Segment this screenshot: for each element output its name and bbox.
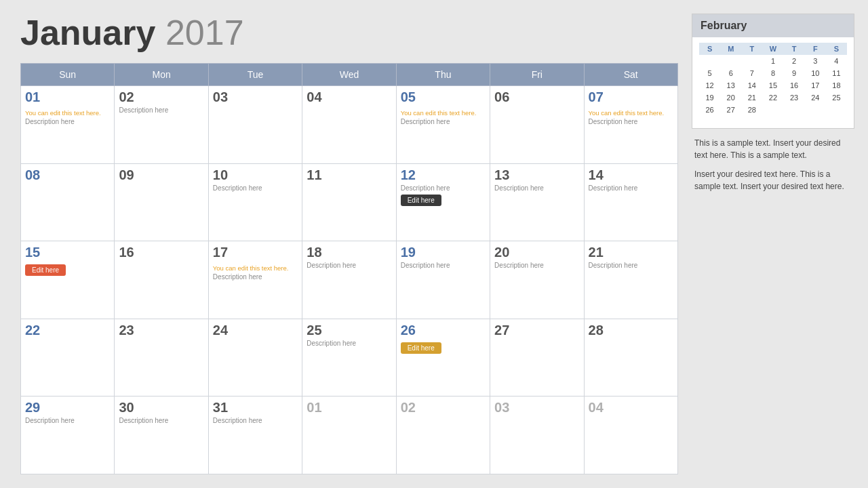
calendar-cell: 16 (115, 241, 208, 319)
mini-cal-day: 27 (720, 104, 741, 116)
day-number: 09 (119, 167, 134, 183)
day-top: 06 (494, 89, 579, 106)
calendar-cell: 21Description here (584, 241, 677, 319)
day-number: 10 (213, 167, 228, 183)
mini-cal-day: 5 (699, 67, 720, 79)
mini-cal-day: 22 (762, 92, 783, 104)
mini-cal-title: February (692, 14, 854, 37)
day-number: 01 (25, 89, 40, 105)
day-top: 22 (25, 323, 110, 340)
day-number: 17 (213, 245, 228, 260)
mini-cal-day: 7 (741, 67, 762, 79)
calendar-cell: 15Edit here (21, 241, 115, 319)
day-number: 11 (307, 167, 321, 183)
editable-note[interactable]: You can edit this text here. (401, 109, 477, 117)
day-top: 23 (119, 323, 203, 340)
day-number: 03 (494, 400, 509, 415)
day-top: 25 (307, 323, 391, 340)
calendar-cell: 12Description hereEdit here (396, 163, 490, 241)
mini-cal-day: 11 (826, 67, 847, 79)
day-top: 30 (119, 400, 203, 417)
mini-cal-day (826, 104, 847, 116)
calendar-cell: 04 (302, 86, 396, 164)
mini-cal-day: 28 (741, 104, 762, 116)
day-number: 16 (119, 245, 134, 260)
mini-weekday: M (720, 43, 741, 55)
day-top: 01 (307, 400, 391, 417)
mini-cal-day: 2 (784, 55, 805, 67)
calendar-cell: 08 (21, 163, 115, 241)
day-number: 07 (589, 89, 604, 105)
day-top: 12 (401, 167, 486, 184)
calendar-cell: 06 (490, 86, 584, 164)
calendar-cell: 27 (490, 319, 584, 396)
editable-note[interactable]: You can edit this text here. (589, 109, 665, 117)
calendar-cell: 02 (396, 396, 490, 474)
day-number: 29 (25, 400, 40, 415)
calendar-cell: 10Description here (208, 163, 302, 241)
calendar-cell: 26Edit here (396, 319, 490, 396)
day-top: 20 (494, 245, 579, 262)
mini-cal-day: 12 (699, 79, 720, 92)
mini-cal-day (699, 55, 720, 67)
day-top: 29 (25, 400, 110, 417)
mini-cal-day (720, 55, 741, 67)
main-section: January 2017 SunMonTueWedThuFriSat 01You… (20, 14, 678, 474)
day-top: 28 (589, 323, 673, 340)
mini-cal-day: 1 (762, 55, 783, 67)
weekday-header: Wed (302, 64, 396, 86)
weekday-header: Mon (115, 64, 208, 86)
mini-weekday: T (784, 43, 805, 55)
day-description: Description here (119, 106, 203, 114)
calendar-cell: 14Description here (584, 163, 677, 241)
mini-cal-day: 8 (762, 67, 783, 79)
event-badge[interactable]: Edit here (25, 264, 66, 276)
mini-cal-day: 6 (720, 67, 741, 79)
mini-cal-day: 3 (805, 55, 826, 67)
day-top: 18 (307, 245, 391, 262)
day-top: 03 (494, 400, 579, 417)
day-top: 10 (213, 167, 298, 184)
mini-cal-day: 21 (741, 92, 762, 104)
mini-cal-day: 16 (784, 79, 805, 92)
day-top: 26 (401, 323, 486, 340)
calendar-table: SunMonTueWedThuFriSat 01You can edit thi… (20, 63, 678, 474)
mini-weekday: S (699, 43, 720, 55)
mini-cal-day (805, 104, 826, 116)
calendar-cell: 23 (115, 319, 208, 396)
day-number: 25 (307, 323, 321, 338)
day-description: Description here (401, 262, 486, 269)
day-description: Description here (589, 118, 673, 125)
mini-cal-day: 4 (826, 55, 847, 67)
day-number: 08 (25, 167, 40, 183)
calendar-cell: 29Description here (21, 396, 115, 474)
day-description: Description here (307, 340, 391, 347)
day-description: Description here (494, 262, 579, 269)
mini-weekday: T (741, 43, 762, 55)
day-number: 13 (494, 167, 509, 183)
day-description: Description here (589, 262, 673, 269)
event-badge[interactable]: Edit here (401, 195, 441, 206)
day-top: 15 (25, 245, 110, 262)
day-number: 24 (213, 323, 228, 338)
day-top: 02 (401, 400, 486, 417)
day-top: 27 (494, 323, 579, 340)
calendar-cell: 25Description here (302, 319, 396, 396)
calendar-cell: 28 (584, 319, 677, 396)
calendar-cell: 19Description here (396, 241, 490, 319)
day-number: 22 (25, 323, 40, 338)
calendar-cell: 31Description here (208, 396, 302, 474)
mini-cal-day: 17 (805, 79, 826, 92)
editable-note[interactable]: You can edit this text here. (25, 109, 101, 117)
day-number: 28 (589, 323, 604, 338)
day-top: 13 (494, 167, 579, 184)
day-description: Description here (401, 184, 486, 192)
mini-weekday: W (762, 43, 783, 55)
weekday-header: Tue (208, 64, 302, 86)
mini-cal-day (784, 104, 805, 116)
editable-note[interactable]: You can edit this text here. (213, 264, 289, 272)
day-description: Description here (213, 184, 298, 192)
event-badge[interactable]: Edit here (401, 342, 441, 354)
day-number: 03 (213, 89, 228, 105)
mini-cal-day: 25 (826, 92, 847, 104)
